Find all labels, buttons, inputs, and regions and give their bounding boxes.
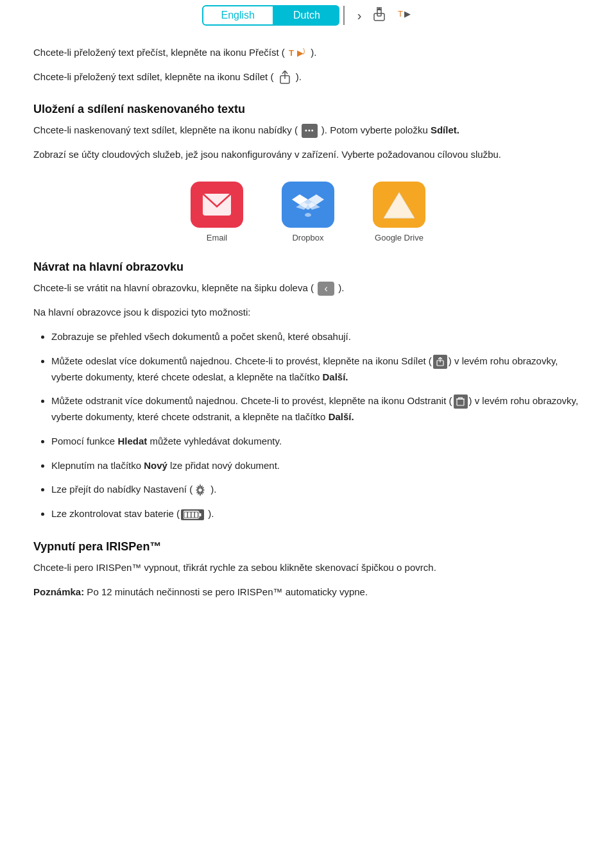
gear-icon — [194, 484, 207, 497]
email-service: Email — [191, 182, 243, 242]
forward-icon[interactable]: › — [355, 7, 364, 24]
svg-text:▶: ▶ — [404, 9, 411, 19]
dutch-button[interactable]: Dutch — [274, 5, 339, 26]
dropbox-label: Dropbox — [292, 233, 323, 242]
bullet-2: Můžete odeslat více dokumentů najednou. … — [51, 353, 583, 386]
gdrive-icon-box — [373, 182, 425, 228]
section1-para1: Chcete-li naskenovaný text sdílet, klepn… — [33, 123, 583, 138]
nav-divider — [343, 6, 345, 25]
svg-rect-29 — [188, 512, 191, 517]
svg-rect-31 — [195, 512, 198, 517]
section3-para1: Chcete-li pero IRISPen™ vypnout, třikrát… — [33, 560, 583, 575]
svg-marker-17 — [384, 192, 415, 218]
bottom-note: Poznámka: Po 12 minutách nečinnosti se p… — [33, 584, 583, 600]
svg-rect-2 — [374, 13, 384, 21]
share-bold: Sdílet. — [431, 124, 459, 135]
svg-rect-28 — [185, 512, 187, 517]
share-nav-icon[interactable] — [370, 6, 388, 26]
svg-text:T: T — [398, 9, 403, 19]
email-label: Email — [207, 233, 228, 242]
section1-heading: Uložení a sdílení naskenovaného textu — [33, 103, 583, 116]
trash-icon — [454, 395, 468, 409]
bullet-5: Klepnutím na tlačítko Nový lze přidat no… — [51, 458, 583, 474]
service-icons-row: Email Dropbox — [33, 182, 583, 242]
gdrive-label: Google Drive — [375, 233, 424, 242]
dropbox-service: Dropbox — [282, 182, 334, 242]
section2-heading: Návrat na hlavní obrazovku — [33, 260, 583, 274]
svg-text:): ) — [303, 47, 305, 55]
section2-para2: Na hlavní obrazovce jsou k dispozici tyt… — [33, 305, 583, 320]
svg-point-16 — [305, 213, 311, 217]
language-bar: English Dutch › T ▶ — [0, 0, 616, 32]
english-button[interactable]: English — [202, 5, 274, 26]
bullet-1: Zobrazuje se přehled všech dokumentů a p… — [51, 329, 583, 345]
share-icon-inline — [278, 71, 292, 85]
note-text: Po 12 minutách nečinnosti se pero IRISPe… — [84, 586, 368, 597]
bullet-3: Můžete odstranit více dokumentů najednou… — [51, 393, 583, 425]
share-small-icon — [433, 355, 447, 369]
email-icon-box — [191, 182, 243, 228]
svg-rect-32 — [200, 513, 201, 516]
section2-para1: Chcete-li se vrátit na hlavní obrazovku,… — [33, 280, 583, 296]
read-aloud-nav-icon[interactable]: T ▶ — [395, 6, 414, 25]
svg-text:T: T — [289, 48, 294, 58]
gdrive-service: Google Drive — [373, 182, 425, 242]
section1-para2: Zobrazí se účty cloudových služeb, jež j… — [33, 147, 583, 162]
para-share: Chcete-li přeložený text sdílet, klepnět… — [33, 69, 583, 85]
svg-point-26 — [198, 488, 203, 493]
main-bullet-list: Zobrazuje se přehled všech dokumentů a p… — [51, 329, 583, 522]
read-icon: T ▶ ) — [289, 47, 307, 60]
dropbox-icon-box — [282, 182, 334, 228]
main-content: Chcete-li přeložený text přečíst, klepně… — [0, 32, 616, 620]
arrow-left-icon: ‹ — [318, 282, 334, 296]
section3-heading: Vypnutí pera IRISPen™ — [33, 540, 583, 554]
para-read: Chcete-li přeložený text přečíst, klepně… — [33, 45, 583, 60]
bullet-4: Pomocí funkce Hledat můžete vyhledávat d… — [51, 434, 583, 450]
bullet-7: Lze zkontrolovat stav baterie ( ). — [51, 506, 583, 522]
battery-icon — [181, 509, 204, 520]
svg-rect-30 — [192, 512, 194, 517]
menu-dots-icon: ••• — [302, 124, 318, 138]
nav-icons: › T ▶ — [355, 6, 415, 26]
svg-rect-21 — [457, 399, 464, 405]
note-bold-label: Poznámka: — [33, 586, 84, 597]
bullet-6: Lze přejít do nabídky Nastavení ( ). — [51, 482, 583, 498]
